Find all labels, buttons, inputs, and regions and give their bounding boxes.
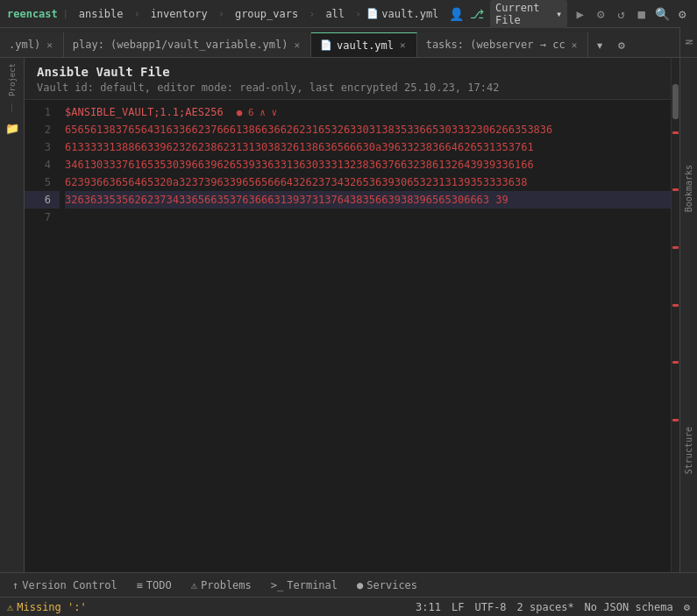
status-charset[interactable]: UTF-8 <box>474 601 506 613</box>
line-num-2: 2 <box>25 121 60 138</box>
status-warning[interactable]: ⚠ Missing ':' <box>7 601 87 613</box>
bottom-tab-version-control[interactable]: ↑ Version Control <box>4 576 126 595</box>
file-icon: 📄 <box>366 8 379 19</box>
bottom-tabs-bar: ↑ Version Control ≡ TODO ⚠ Problems >_ T… <box>0 572 697 597</box>
tab-close-icon[interactable]: ✕ <box>570 39 580 51</box>
status-indent[interactable]: 2 spaces* <box>517 601 574 613</box>
stop-button[interactable]: ■ <box>634 4 649 24</box>
right-side-panel: Bookmarks Structure <box>679 58 697 581</box>
schema-text: No JSON schema <box>585 601 673 613</box>
history-button[interactable]: ↺ <box>614 4 629 24</box>
current-file-dropdown[interactable]: Current File ▾ <box>490 0 567 28</box>
file-header-meta: Vault id: default, editor mode: read-onl… <box>37 81 667 94</box>
notifications-panel-toggle[interactable]: N <box>679 28 697 57</box>
toolbar-file: 📄 vault.yml <box>366 8 438 20</box>
charset-text: UTF-8 <box>474 601 506 613</box>
toolbar-group-vars[interactable]: group_vars <box>230 6 303 22</box>
code-line-3: 6133333138866339623262386231313038326138… <box>65 138 679 156</box>
folder-icon-btn[interactable]: 📁 <box>3 119 22 138</box>
code-text: 6565613837656431633662376661386636626231… <box>65 124 552 136</box>
line-ending-text: LF <box>452 601 464 613</box>
tab-vault-variable[interactable]: play: (webapp1/vault_variable.yml) ✕ <box>64 32 311 57</box>
tab-tasks-webserver[interactable]: tasks: (webserver → cc ✕ <box>417 32 589 57</box>
main-toolbar: reencast | ansible › inventory › group_v… <box>0 0 697 28</box>
tab-label: tasks: (webserver → cc <box>426 39 565 51</box>
toolbar-vault-yml: vault.yml <box>381 8 438 20</box>
status-bar: ⚠ Missing ':' 3:11 LF UTF-8 2 spaces* No… <box>0 597 697 616</box>
line-numbers: 1 2 3 4 5 6 7 <box>25 100 60 570</box>
tab-close-icon[interactable]: ✕ <box>45 39 54 51</box>
branch-icon-btn[interactable]: ⎇ <box>470 4 485 24</box>
todo-icon: ≡ <box>137 579 143 591</box>
tab-close-icon[interactable]: ✕ <box>398 39 408 51</box>
error-marker-1 <box>672 131 679 134</box>
bottom-tab-problems[interactable]: ⚠ Problems <box>182 576 260 595</box>
tab-label: .yml) <box>9 39 40 51</box>
code-line-6: 3263633535626237343365663537636663139373… <box>65 191 679 209</box>
code-text: 6133333138866339623262386231313038326138… <box>65 141 534 153</box>
services-icon: ● <box>357 579 363 591</box>
error-marker-2 <box>672 188 679 191</box>
tab-vault-yml[interactable]: 📄 vault.yml ✕ <box>311 32 417 57</box>
indent-text: 2 spaces* <box>517 601 574 613</box>
tabs-bar: .yml) ✕ play: (webapp1/vault_variable.ym… <box>0 28 697 58</box>
warning-icon: ⚠ <box>7 601 13 613</box>
status-schema[interactable]: No JSON schema <box>585 601 673 613</box>
code-text: $ANSIBLE_VAULT;1.1;AES256 <box>65 106 224 118</box>
bottom-tab-label: Services <box>366 579 417 591</box>
bottom-tab-label: Terminal <box>287 579 338 591</box>
current-file-label: Current File <box>495 2 553 26</box>
bottom-tab-label: Problems <box>201 579 252 591</box>
tab-yml-partial[interactable]: .yml) ✕ <box>0 32 64 57</box>
status-position[interactable]: 3:11 <box>416 601 441 613</box>
bottom-tab-todo[interactable]: ≡ TODO <box>128 576 181 595</box>
scroll-thumb[interactable] <box>672 84 679 119</box>
file-header-title: Ansible Vault File <box>37 65 667 79</box>
code-text: 3263633535626237343365663537636663139373… <box>65 194 509 206</box>
toolbar-ansible[interactable]: ansible <box>74 6 129 22</box>
line-num-4: 4 <box>25 156 60 173</box>
settings-button[interactable]: ⚙ <box>675 4 690 24</box>
scrollbar[interactable] <box>671 58 679 581</box>
run-button[interactable]: ▶ <box>573 4 587 24</box>
file-header: Ansible Vault File Vault id: default, ed… <box>25 58 679 100</box>
dropdown-arrow-icon: ▾ <box>556 8 562 20</box>
active-tab-icon: 📄 <box>320 39 332 51</box>
code-line-7 <box>65 209 679 226</box>
error-marker-4 <box>672 304 679 307</box>
code-area[interactable]: 1 2 3 4 5 6 7 $ANSIBLE_VAULT;1.1;AES256 … <box>25 100 679 570</box>
tab-label: vault.yml <box>337 39 394 52</box>
user-icon-btn[interactable]: 👤 <box>449 4 464 24</box>
line-num-3: 3 <box>25 138 60 156</box>
build-button[interactable]: ⚙ <box>593 4 608 24</box>
error-badge: ● 6 ∧ ∨ <box>237 107 277 118</box>
toolbar-inventory[interactable]: inventory <box>146 6 213 22</box>
tabs-overflow-button[interactable]: ▾ <box>588 32 611 57</box>
code-content[interactable]: $ANSIBLE_VAULT;1.1;AES256 ● 6 ∧ ∨ 656561… <box>60 100 679 570</box>
editor-area: Ansible Vault File Vault id: default, ed… <box>25 58 679 581</box>
position-text: 3:11 <box>416 601 441 613</box>
toolbar-all[interactable]: all <box>320 6 350 22</box>
search-button[interactable]: 🔍 <box>654 4 669 24</box>
tab-close-icon[interactable]: ✕ <box>292 39 302 51</box>
bookmarks-panel-label[interactable]: Bookmarks <box>682 158 695 219</box>
tabs-settings-icon[interactable]: ⚙ <box>611 32 632 57</box>
status-line-ending[interactable]: LF <box>452 601 464 613</box>
terminal-icon: >_ <box>271 579 283 591</box>
error-marker-3 <box>672 246 679 249</box>
line-num-6: 6 <box>25 191 60 209</box>
project-label[interactable]: Project <box>8 63 17 96</box>
tab-label: play: (webapp1/vault_variable.yml) <box>73 39 288 51</box>
warning-text: Missing ':' <box>17 601 86 613</box>
bell-icon: N <box>684 39 693 45</box>
status-settings-icon[interactable]: ⚙ <box>684 601 690 613</box>
bottom-tab-terminal[interactable]: >_ Terminal <box>262 576 346 595</box>
error-marker-6 <box>672 419 679 421</box>
bottom-tab-services[interactable]: ● Services <box>348 576 426 595</box>
line-num-1: 1 <box>25 103 60 121</box>
version-control-icon: ↑ <box>12 579 18 591</box>
error-marker-5 <box>672 361 679 364</box>
app-title: reencast <box>7 8 58 20</box>
left-panel: Project 📁 <box>0 58 25 581</box>
structure-panel-label[interactable]: Structure <box>682 420 695 481</box>
